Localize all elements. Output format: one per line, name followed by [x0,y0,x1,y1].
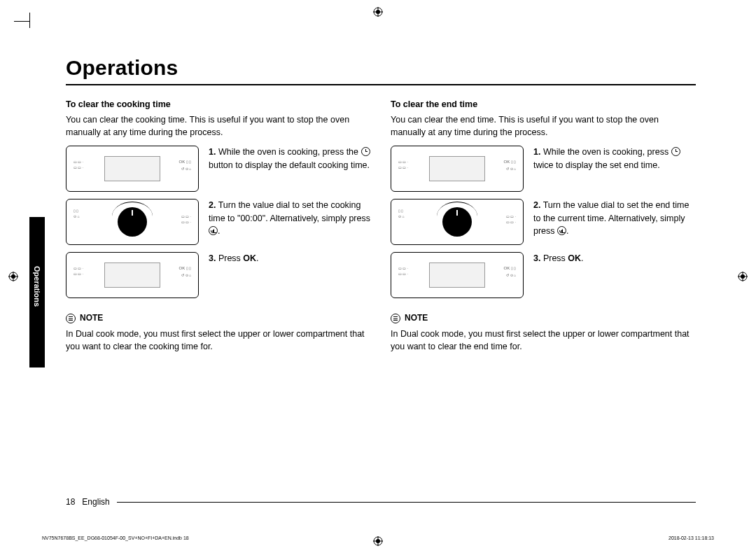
print-timestamp: 2018-02-13 11:18:13 [668,536,714,540]
step-3-right: ▭ ▭ ·▭ ▭ · OK ▯ ▯↺ ⊙ ⌂ 3. Press OK. [391,252,696,298]
footer-rule [117,502,696,503]
oven-control-panel-icon: ▭ ▭ ·▭ ▭ · OK ▯ ▯↺ ⊙ ⌂ [391,252,524,298]
back-icon [557,226,566,235]
step-text: . [566,226,568,236]
oven-control-panel-icon: ▭ ▭ ·▭ ▭ · OK ▯ ▯↺ ⊙ ⌂ [66,252,199,298]
intro-right: You can clear the end time. This is usef… [391,113,696,139]
footer-language: English [82,497,109,507]
step-text: Turn the value dial to set the cooking t… [209,200,370,223]
note-label: NOTE [405,312,428,324]
ok-label: OK [243,253,256,263]
note-label: NOTE [80,312,103,324]
title-rule [66,84,696,85]
column-left: To clear the cooking time You can clear … [66,98,371,353]
note-text-right: In Dual cook mode, you must first select… [391,328,696,353]
oven-dial-panel-icon: ▯ ▯⊙ ⌂ ▭ ▭ ·▭ ▭ · [66,199,199,245]
ok-label: OK [568,253,581,263]
registration-mark-left-icon [8,272,18,281]
step-text: Press [543,253,568,263]
intro-left: You can clear the cooking time. This is … [66,113,371,139]
side-tab-operations: Operations [29,217,45,368]
step-1-right: ▭ ▭ ·▭ ▭ · OK ▯ ▯↺ ⊙ ⌂ 1. While the oven… [391,146,696,192]
oven-control-panel-icon: ▭ ▭ ·▭ ▭ · OK ▯ ▯↺ ⊙ ⌂ [391,146,524,192]
subhead-clear-cooking-time: To clear the cooking time [66,98,371,111]
page-content: Operations To clear the cooking time You… [66,56,696,353]
registration-mark-top-icon [373,7,383,17]
note-text-left: In Dual cook mode, you must first select… [66,328,371,353]
step-number: 3. [209,253,216,263]
step-2-left: ▯ ▯⊙ ⌂ ▭ ▭ ·▭ ▭ · 2. Turn the value dial… [66,199,371,245]
clock-icon [671,147,680,156]
page-number: 18 [66,497,75,507]
note-header-left: NOTE [66,312,371,324]
step-text: . [256,253,258,263]
step-text: . [218,226,220,236]
crop-mark-icon [29,13,30,28]
step-number: 2. [533,200,540,210]
oven-dial-panel-icon: ▯ ▯⊙ ⌂ ▭ ▭ ·▭ ▭ · [391,199,524,245]
note-header-right: NOTE [391,312,696,324]
note-icon [391,314,400,323]
page-footer: 18 English [66,497,696,507]
page-title: Operations [66,56,696,80]
subhead-clear-end-time: To clear the end time [391,98,696,111]
step-text: . [581,253,583,263]
step-text: Press [218,253,243,263]
step-number: 1. [533,147,540,157]
step-number: 3. [533,253,540,263]
back-icon [209,226,218,235]
print-file-path: NV75N7678BS_EE_DG68-01054F-00_SV+NO+FI+D… [42,536,189,540]
step-number: 2. [209,200,216,210]
step-1-left: ▭ ▭ ·▭ ▭ · OK ▯ ▯↺ ⊙ ⌂ 1. While the oven… [66,146,371,192]
step-text: While the oven is cooking, press [543,147,671,157]
clock-icon [361,147,370,156]
step-3-left: ▭ ▭ ·▭ ▭ · OK ▯ ▯↺ ⊙ ⌂ 3. Press OK. [66,252,371,298]
crop-mark-icon [14,21,29,22]
note-icon [66,314,76,323]
oven-control-panel-icon: ▭ ▭ ·▭ ▭ · OK ▯ ▯↺ ⊙ ⌂ [66,146,199,192]
step-text: button to display the default cooking ti… [209,160,370,170]
print-footer: NV75N7678BS_EE_DG68-01054F-00_SV+NO+FI+D… [42,536,714,540]
registration-mark-right-icon [738,272,748,281]
step-text: twice to display the set end time. [533,160,660,170]
step-2-right: ▯ ▯⊙ ⌂ ▭ ▭ ·▭ ▭ · 2. Turn the value dial… [391,199,696,245]
column-right: To clear the end time You can clear the … [391,98,696,353]
step-number: 1. [209,147,216,157]
step-text: While the oven is cooking, press the [218,147,361,157]
